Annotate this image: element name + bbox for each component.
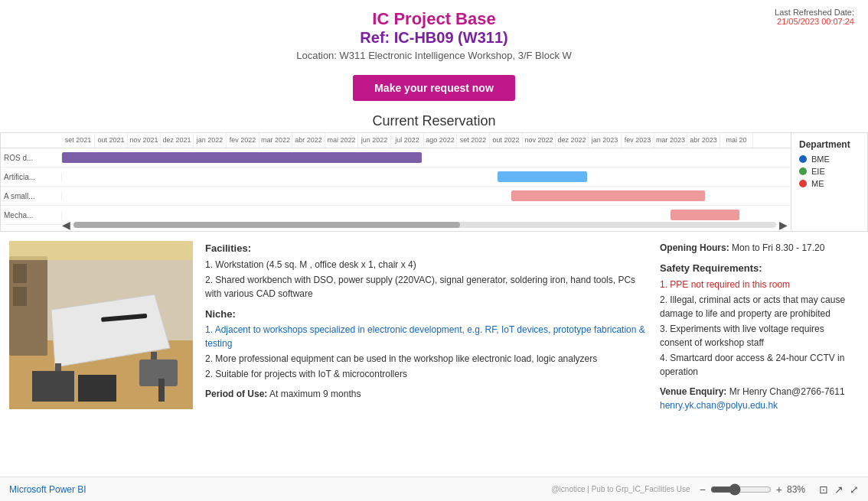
- facilities-item-2: 2. Shared workbench with DSO, power supp…: [205, 273, 648, 301]
- gantt-bar: [511, 190, 705, 201]
- gantt-row-label: A small...: [1, 192, 62, 200]
- zoom-minus-icon[interactable]: −: [700, 483, 706, 496]
- make-request-button[interactable]: Make your request now: [353, 75, 515, 101]
- gantt-month-label: jul 2022: [391, 133, 424, 148]
- niche-title: Niche:: [205, 307, 648, 322]
- enquiry-label: Venue Enquiry:: [660, 386, 726, 397]
- gantt-month-label: jan 2022: [194, 133, 227, 148]
- gantt-month-label: ago 2022: [424, 133, 457, 148]
- legend-dot: [799, 180, 807, 187]
- zoom-control: − + 83% ⊡: [700, 483, 828, 496]
- svg-rect-3: [13, 264, 27, 283]
- legend-label: EIE: [811, 167, 825, 176]
- zoom-slider[interactable]: [710, 483, 772, 496]
- safety-title: Safety Requirements:: [660, 261, 859, 276]
- gantt-bar: [671, 210, 739, 220]
- legend-dot: [799, 155, 807, 163]
- enquiry-section: Venue Enquiry: Mr Henry Chan@2766-7611 h…: [660, 385, 859, 412]
- facility-photo: [9, 241, 193, 409]
- gantt-row-bars: [62, 148, 791, 168]
- gantt-bar: [62, 152, 422, 163]
- gantt-row: Artificia...: [1, 168, 791, 187]
- legend-item: ME: [799, 179, 860, 188]
- gantt-month-label: nov 2021: [128, 133, 161, 148]
- fullscreen-icon[interactable]: ⤢: [850, 483, 859, 496]
- enquiry-email[interactable]: henry.yk.chan@polyu.edu.hk: [660, 400, 778, 411]
- gantt-month-label: fev 2023: [622, 133, 654, 148]
- gantt-month-label: out 2022: [490, 133, 523, 148]
- gantt-month-label: set 2022: [457, 133, 490, 148]
- period-value: At maximum 9 months: [269, 389, 361, 399]
- ref-title: Ref: IC-HB09 (W311): [0, 29, 868, 47]
- gantt-scrollbar[interactable]: [73, 222, 776, 228]
- last-refreshed-label: Last Refreshed Date:: [775, 8, 854, 17]
- gantt-row-label: ROS d...: [1, 154, 62, 162]
- gantt-rows: ROS d...Artificia...A small...Mecha...: [1, 148, 791, 225]
- safety-section: Safety Requirements: 1. PPE not required…: [660, 261, 859, 379]
- gantt-row: ROS d...: [1, 148, 791, 168]
- powerbi-link[interactable]: Microsoft Power BI: [9, 484, 86, 495]
- safety-item-3: 3. Experiments with live voltage require…: [660, 322, 859, 350]
- opening-hours-section: Opening Hours: Mon to Fri 8.30 - 17.20: [660, 241, 859, 255]
- gantt-month-label: out 2021: [95, 133, 128, 148]
- gantt-month-label: dez 2022: [556, 133, 589, 148]
- main-content: Facilities: 1. Workstation (4.5 sq. M , …: [0, 235, 868, 477]
- legend-item: BME: [799, 155, 860, 164]
- enquiry-contact: Mr Henry Chan@2766-7611: [729, 386, 845, 397]
- zoom-plus-icon[interactable]: +: [776, 483, 782, 496]
- zoom-percent: 83%: [787, 484, 811, 495]
- gantt-month-label: dez 2021: [161, 133, 194, 148]
- gantt-month-label: jan 2023: [589, 133, 622, 148]
- gantt-month-label: mar 2022: [259, 133, 292, 148]
- info-column: Opening Hours: Mon to Fri 8.30 - 17.20 S…: [660, 241, 859, 470]
- gantt-scrollbar-thumb: [73, 222, 460, 228]
- gantt-timeline: set 2021out 2021nov 2021dez 2021jan 2022…: [1, 133, 791, 148]
- reservation-section-title: Current Reservation: [0, 113, 868, 129]
- legend-dot: [799, 168, 807, 175]
- attribution-text: @icnotice | Pub to Grp_IC_Facilities Use: [86, 485, 700, 493]
- gantt-row: A small...: [1, 187, 791, 206]
- last-refreshed-date: 21/05/2023 00:07:24: [775, 17, 854, 26]
- safety-item-4: 4. Smartcard door access & 24-hour CCTV …: [660, 351, 859, 379]
- gantt-scroll-right-btn[interactable]: ▶: [779, 219, 788, 231]
- fit-window-icon[interactable]: ⊡: [819, 483, 828, 496]
- legend-label: BME: [811, 155, 830, 164]
- gantt-month-label: set 2021: [62, 133, 95, 148]
- gantt-month-label: abr 2022: [292, 133, 325, 148]
- gantt-row-label: Mecha...: [1, 211, 62, 220]
- gantt-row-label: Artificia...: [1, 173, 62, 181]
- niche-item-2: 2. More professional equipment can be us…: [205, 352, 648, 366]
- facilities-title: Facilities:: [205, 241, 648, 256]
- gantt-row-bars: [62, 187, 791, 206]
- share-icon[interactable]: ↗: [834, 483, 844, 496]
- facilities-item-1: 1. Workstation (4.5 sq. M , office desk …: [205, 258, 648, 272]
- gantt-month-label: jun 2022: [358, 133, 391, 148]
- gantt-row-bars: [62, 168, 791, 187]
- app-title: IC Project Base: [0, 9, 868, 29]
- svg-rect-12: [78, 375, 116, 402]
- legend-label: ME: [811, 179, 824, 188]
- facilities-column: Facilities: 1. Workstation (4.5 sq. M , …: [205, 241, 648, 470]
- gantt-month-label: mai 2022: [325, 133, 358, 148]
- period-label: Period of Use:: [205, 389, 267, 399]
- period-section: Period of Use: At maximum 9 months: [205, 387, 648, 401]
- gantt-scroll-left-btn[interactable]: ◀: [62, 219, 70, 231]
- svg-rect-4: [13, 287, 27, 306]
- svg-rect-13: [9, 241, 193, 260]
- safety-item-2: 2. Illegal, criminal acts or acts that m…: [660, 293, 859, 320]
- legend-item: EIE: [799, 167, 860, 176]
- gantt-month-label: nov 2022: [523, 133, 556, 148]
- opening-hours-value: Mon to Fri 8.30 - 17.20: [732, 242, 824, 253]
- svg-rect-10: [158, 379, 165, 402]
- location-text: Location: W311 Electronic Intelligence W…: [0, 50, 868, 61]
- niche-item-1: 1. Adjacent to workshops specialized in …: [205, 323, 648, 350]
- gantt-bar: [498, 171, 587, 182]
- gantt-month-label: mar 2023: [654, 133, 687, 148]
- niche-section: Niche: 1. Adjacent to workshops speciali…: [205, 307, 648, 382]
- gantt-month-label: mai 20: [720, 133, 753, 148]
- opening-hours-label: Opening Hours:: [660, 242, 729, 253]
- gantt-chart: set 2021out 2021nov 2021dez 2021jan 2022…: [0, 132, 868, 232]
- last-refreshed-section: Last Refreshed Date: 21/05/2023 00:07:24: [775, 8, 854, 26]
- header: Last Refreshed Date: 21/05/2023 00:07:24…: [0, 0, 868, 107]
- svg-rect-11: [32, 371, 74, 402]
